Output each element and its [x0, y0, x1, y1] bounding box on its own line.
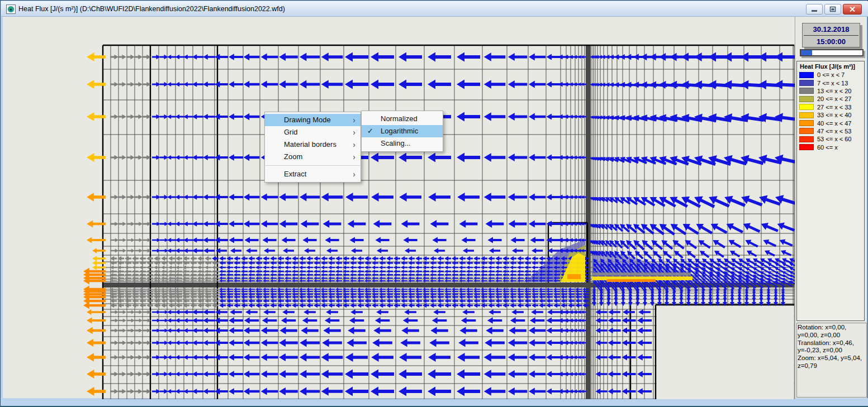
submenu-chevron-icon: ›	[353, 151, 355, 163]
context-menu: Drawing Mode›Grid›Material borders›Zoom›…	[264, 112, 361, 183]
visualization-canvas[interactable]	[3, 17, 866, 398]
date-label: 30.12.2018	[803, 23, 860, 35]
checkmark-icon: ✓	[367, 125, 373, 137]
legend-entries: 0 <= x < 77 <= x < 1313 <= x < 2020 <= x…	[797, 71, 864, 151]
color-swatch	[799, 136, 814, 142]
legend-entry: 13 <= x < 20	[797, 87, 864, 95]
minimize-button[interactable]	[806, 4, 823, 15]
menu-item-scaling[interactable]: Scaling...	[362, 137, 443, 150]
close-icon	[849, 6, 856, 12]
app-icon	[6, 4, 16, 14]
legend-title: Heat Flux [J/(s m²)]	[797, 61, 864, 71]
legend-entry-label: 20 <= x < 27	[817, 95, 851, 102]
drawing-mode-submenu: NormalizedLogarithmic✓Scaling...	[361, 111, 443, 152]
menu-item-label: Normalized	[381, 114, 418, 123]
menu-item-zoom[interactable]: Zoom›	[265, 151, 361, 163]
legend-entry-label: 53 <= x < 60	[817, 136, 851, 142]
menu-separator	[265, 165, 360, 166]
transform-info-line: Translation: x=0,46, y=-0,23, z=0,00	[798, 339, 866, 355]
menu-item-label: Zoom	[284, 152, 302, 161]
legend-entry-label: 27 <= x < 33	[817, 104, 851, 111]
menu-item-drawing-mode[interactable]: Drawing Mode›	[265, 114, 361, 126]
title-bar[interactable]: Heat Flux [J/(s m²)] (D:\ChB\WUFI2D\Flan…	[1, 1, 868, 17]
legend-entry-label: 33 <= x < 40	[817, 112, 851, 118]
menu-item-extract[interactable]: Extract›	[265, 168, 361, 180]
menu-item-label: Material borders	[284, 140, 336, 149]
legend-entry: 60 <= x	[797, 143, 864, 151]
datetime-display: 30.12.2018 15:00:00	[802, 23, 860, 47]
window-title: Heat Flux [J/(s m²)] (D:\ChB\WUFI2D\Flan…	[18, 1, 285, 17]
transform-info-line: Rotation: x=0,00, y=0,00, z=0,00	[798, 324, 866, 339]
color-swatch	[799, 80, 814, 86]
legend-entry: 27 <= x < 33	[797, 103, 864, 111]
color-swatch	[799, 120, 814, 126]
legend-entry-label: 60 <= x	[817, 144, 838, 151]
legend-entry: 0 <= x < 7	[797, 71, 864, 79]
menu-item-label: Grid	[284, 128, 298, 136]
app-window: Heat Flux [J/(s m²)] (D:\ChB\WUFI2D\Flan…	[0, 0, 868, 407]
submenu-chevron-icon: ›	[353, 114, 355, 126]
legend-entry-label: 7 <= x < 13	[817, 80, 848, 87]
maximize-icon	[829, 6, 836, 12]
legend-entry: 33 <= x < 40	[797, 111, 864, 119]
color-swatch	[799, 104, 814, 110]
legend-entry: 20 <= x < 27	[797, 95, 864, 103]
legend-entry-label: 47 <= x < 53	[817, 128, 851, 135]
menu-item-label: Extract	[284, 170, 306, 178]
menu-item-label: Logarithmic	[381, 127, 418, 135]
panel-divider-highlight	[795, 17, 796, 398]
time-label: 15:00:00	[803, 36, 860, 47]
legend-entry-label: 13 <= x < 20	[817, 88, 851, 94]
color-swatch	[799, 88, 814, 94]
menu-item-label: Drawing Mode	[284, 116, 331, 124]
menu-item-normalized[interactable]: Normalized	[362, 113, 443, 125]
menu-item-grid[interactable]: Grid›	[265, 126, 361, 138]
legend-entry: 47 <= x < 53	[797, 127, 864, 135]
legend-entry-label: 0 <= x < 7	[817, 71, 845, 78]
color-swatch	[799, 144, 814, 150]
legend-entry-label: 40 <= x < 47	[817, 120, 851, 127]
color-swatch	[799, 72, 814, 78]
menu-item-logarithmic[interactable]: Logarithmic✓	[362, 125, 443, 137]
legend-entry: 53 <= x < 60	[797, 135, 864, 143]
transform-info-panel: Rotation: x=0,00, y=0,00, z=0,00Translat…	[796, 323, 867, 398]
legend-entry: 40 <= x < 47	[797, 119, 864, 127]
color-swatch	[799, 96, 814, 102]
color-swatch	[799, 112, 814, 118]
menu-item-label: Scaling...	[381, 139, 410, 147]
minimize-icon	[811, 7, 818, 12]
menu-item-material-borders[interactable]: Material borders›	[265, 138, 361, 151]
simulation-progress-bar	[800, 49, 864, 56]
submenu-chevron-icon: ›	[353, 138, 355, 151]
submenu-chevron-icon: ›	[353, 168, 355, 180]
color-swatch	[799, 128, 814, 134]
transform-info-line: Zoom: x=5,04, y=5,04, z=0,79	[798, 355, 866, 370]
submenu-chevron-icon: ›	[353, 126, 355, 138]
progress-fill	[801, 50, 812, 55]
maximize-button[interactable]	[824, 4, 841, 15]
heat-flux-legend: Heat Flux [J/(s m²)] 0 <= x < 77 <= x < …	[796, 61, 865, 321]
window-bottom-frame	[1, 398, 868, 406]
legend-entry: 7 <= x < 13	[797, 79, 864, 87]
close-button[interactable]	[843, 4, 862, 15]
